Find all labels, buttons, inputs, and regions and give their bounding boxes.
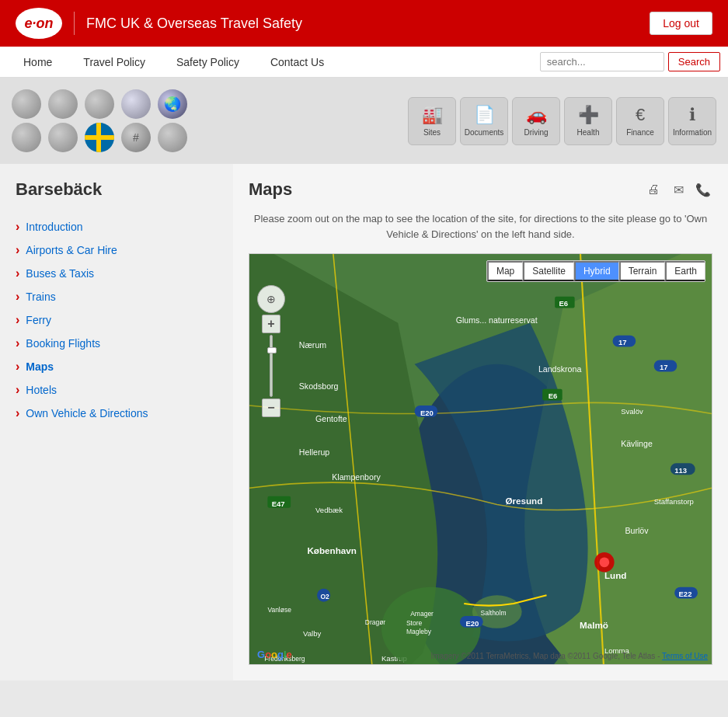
map-attribution: Imagery ©2011 TerraMetrics, Map data ©20… xyxy=(430,652,708,660)
sidebar-link-introduction[interactable]: Introduction xyxy=(26,221,82,233)
phone-icon[interactable]: 📞 xyxy=(694,180,712,199)
sidebar-link-buses[interactable]: Buses & Taxis xyxy=(26,267,94,280)
svg-text:Staffanstorp: Staffanstorp xyxy=(654,497,694,506)
tool-icon-health[interactable]: ➕ Health xyxy=(564,97,612,145)
svg-text:Gentofte: Gentofte xyxy=(315,414,347,423)
svg-text:17: 17 xyxy=(618,338,627,346)
search-input[interactable] xyxy=(540,52,664,71)
sidebar-link-ferry[interactable]: Ferry xyxy=(26,314,51,326)
content-title: Maps xyxy=(249,179,292,200)
svg-text:E22: E22 xyxy=(679,590,692,598)
svg-text:Malmö: Malmö xyxy=(580,620,608,630)
sidebar-item-introduction[interactable]: Introduction xyxy=(16,215,218,238)
navbar: Home Travel Policy Safety Policy Contact… xyxy=(0,47,728,78)
header-left: e·on FMC UK & Overseas Travel Safety xyxy=(16,8,302,39)
search-button[interactable]: Search xyxy=(668,52,720,71)
search-area: Search xyxy=(540,52,720,71)
globe-7[interactable] xyxy=(48,123,78,152)
zoom-thumb[interactable] xyxy=(267,347,277,353)
content-actions: 🖨 ✉ 📞 xyxy=(644,180,712,199)
globe-9[interactable]: # xyxy=(121,123,151,152)
map-container[interactable]: Map Satellite Hybrid Terrain Earth xyxy=(249,253,712,665)
zoom-track[interactable] xyxy=(270,335,273,397)
sidebar-link-own-vehicle[interactable]: Own Vehicle & Directions xyxy=(26,407,148,419)
sidebar-link-hotels[interactable]: Hotels xyxy=(26,384,57,396)
finance-label: Finance xyxy=(626,128,654,137)
svg-text:Saltholm: Saltholm xyxy=(481,609,507,617)
map-type-map[interactable]: Map xyxy=(487,261,523,281)
sidebar-item-ferry[interactable]: Ferry xyxy=(16,308,218,332)
map-nav-controls: ⊕ + − xyxy=(257,285,285,417)
globe-10[interactable] xyxy=(158,123,187,152)
tool-icon-information[interactable]: ℹ Information xyxy=(668,97,716,145)
svg-text:Landskrona: Landskrona xyxy=(538,364,582,374)
sites-icon: 🏭 xyxy=(422,105,443,125)
map-type-hybrid[interactable]: Hybrid xyxy=(574,261,619,281)
sidebar-link-trains[interactable]: Trains xyxy=(26,291,55,303)
map-type-earth[interactable]: Earth xyxy=(665,261,705,281)
sidebar-item-own-vehicle[interactable]: Own Vehicle & Directions xyxy=(16,402,218,425)
tool-icon-finance[interactable]: € Finance xyxy=(616,97,664,145)
health-label: Health xyxy=(577,128,600,137)
zoom-in-button[interactable]: + xyxy=(262,315,280,333)
logo-text: e·on xyxy=(24,16,53,32)
zoom-out-button[interactable]: − xyxy=(262,399,280,417)
tool-icon-documents[interactable]: 📄 Documents xyxy=(460,97,508,145)
header: e·on FMC UK & Overseas Travel Safety Log… xyxy=(0,0,728,47)
svg-text:København: København xyxy=(307,545,357,555)
sidebar-item-maps[interactable]: Maps xyxy=(16,355,218,378)
svg-text:Store: Store xyxy=(406,619,423,627)
sidebar-link-airports[interactable]: Airports & Car Hire xyxy=(26,244,117,256)
health-icon: ➕ xyxy=(578,105,599,125)
main-content: Barsebäck Introduction Airports & Car Hi… xyxy=(0,164,728,680)
nav-item-safety-policy[interactable]: Safety Policy xyxy=(161,48,255,76)
svg-text:17: 17 xyxy=(660,363,668,371)
print-icon[interactable]: 🖨 xyxy=(644,180,663,199)
svg-text:Valby: Valby xyxy=(303,629,321,638)
sidebar-item-flights[interactable]: Booking Flights xyxy=(16,332,218,355)
svg-text:E20: E20 xyxy=(465,619,479,628)
svg-text:Glums... naturreservat: Glums... naturreservat xyxy=(456,315,538,325)
terms-link[interactable]: Terms of Use xyxy=(662,652,708,660)
nav-item-travel-policy[interactable]: Travel Policy xyxy=(68,48,161,76)
globe-2[interactable] xyxy=(48,89,78,119)
globe-3[interactable] xyxy=(85,89,114,119)
page-title: Barsebäck xyxy=(16,179,218,200)
svg-text:Dragør: Dragør xyxy=(365,618,386,626)
sidebar-item-hotels[interactable]: Hotels xyxy=(16,378,218,402)
svg-text:Svalöv: Svalöv xyxy=(621,407,643,416)
svg-text:Vedbæk: Vedbæk xyxy=(315,506,343,514)
svg-text:Skodsborg: Skodsborg xyxy=(299,381,339,391)
map-pan-control[interactable]: ⊕ xyxy=(257,285,285,313)
content-area: Maps 🖨 ✉ 📞 Please zoom out on the map to… xyxy=(233,164,728,680)
logout-button[interactable]: Log out xyxy=(650,12,712,35)
tool-icon-sites[interactable]: 🏭 Sites xyxy=(408,97,456,145)
map-type-satellite[interactable]: Satellite xyxy=(523,261,574,281)
sidebar-item-trains[interactable]: Trains xyxy=(16,285,218,308)
globe-1[interactable] xyxy=(12,89,41,119)
globe-5[interactable]: 🌏 xyxy=(158,89,187,119)
email-icon[interactable]: ✉ xyxy=(669,180,688,199)
sidebar-item-airports[interactable]: Airports & Car Hire xyxy=(16,238,218,262)
svg-text:E6: E6 xyxy=(549,392,558,400)
sidebar-link-flights[interactable]: Booking Flights xyxy=(26,337,100,350)
content-description: Please zoom out on the map to see the lo… xyxy=(249,211,712,242)
svg-text:E6: E6 xyxy=(559,299,568,308)
content-header: Maps 🖨 ✉ 📞 xyxy=(249,179,712,200)
globe-4[interactable] xyxy=(121,89,151,119)
globe-icons: 🌏 # xyxy=(12,89,190,152)
globe-sweden[interactable] xyxy=(85,123,114,152)
tool-icon-driving[interactable]: 🚗 Driving xyxy=(512,97,560,145)
attribution-text: Imagery ©2011 TerraMetrics, Map data ©20… xyxy=(430,652,655,660)
documents-label: Documents xyxy=(465,128,504,137)
svg-text:E20: E20 xyxy=(420,409,434,417)
svg-text:Nærum: Nærum xyxy=(299,340,327,350)
sidebar-item-buses[interactable]: Buses & Taxis xyxy=(16,262,218,285)
sidebar-link-maps[interactable]: Maps xyxy=(26,360,54,373)
globe-6[interactable] xyxy=(12,123,41,152)
nav-item-contact-us[interactable]: Contact Us xyxy=(255,48,340,76)
information-icon: ℹ xyxy=(689,105,695,125)
nav-item-home[interactable]: Home xyxy=(8,48,68,76)
map-type-terrain[interactable]: Terrain xyxy=(619,261,666,281)
svg-text:Klampenbory: Klampenbory xyxy=(332,472,381,482)
